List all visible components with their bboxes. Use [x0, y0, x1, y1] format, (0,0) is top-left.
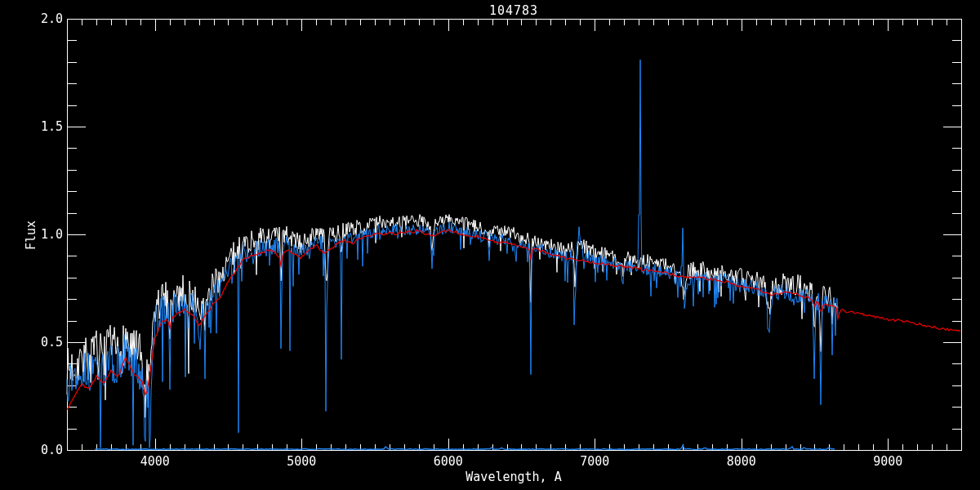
x-axis-label: Wavelength, A — [466, 470, 561, 483]
plot-title: 104783 — [489, 4, 538, 17]
y-tick-label: 1.0 — [41, 228, 63, 241]
y-tick-label: 2.0 — [41, 12, 63, 25]
x-tick-label: 4000 — [140, 455, 170, 468]
x-tick-label: 7000 — [580, 455, 609, 468]
y-axis-label: Flux — [24, 220, 38, 250]
y-tick-label: 0.0 — [41, 443, 63, 457]
spectrum-plot-window: 104783 Flux Wavelength, A 40005000600070… — [0, 0, 980, 490]
x-tick-label: 6000 — [434, 455, 463, 468]
y-tick-label: 0.5 — [41, 336, 63, 349]
x-tick-label: 5000 — [287, 455, 316, 468]
x-tick-label: 9000 — [873, 455, 902, 468]
spectrum-canvas — [0, 0, 980, 490]
x-tick-label: 8000 — [727, 455, 756, 468]
y-tick-label: 1.5 — [41, 120, 63, 133]
